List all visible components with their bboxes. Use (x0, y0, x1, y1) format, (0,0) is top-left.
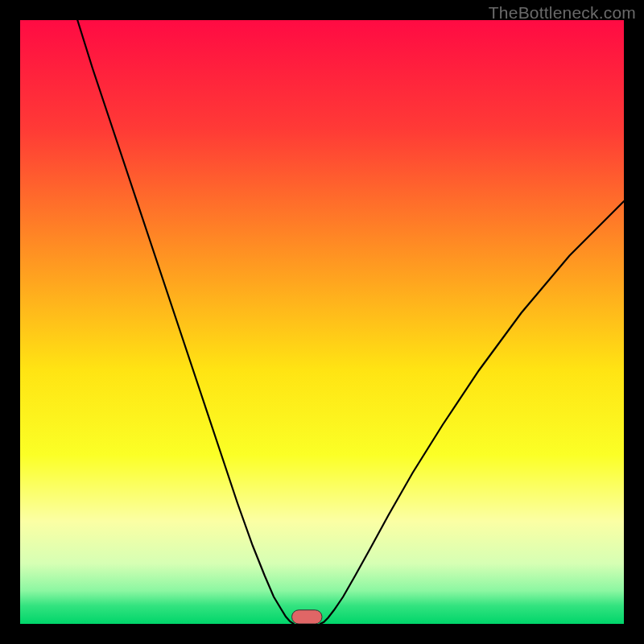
bottleneck-marker (292, 610, 323, 624)
gradient-background (20, 20, 624, 624)
chart-frame: TheBottleneck.com (0, 0, 644, 644)
chart-svg (20, 20, 624, 624)
plot-area (20, 20, 624, 624)
